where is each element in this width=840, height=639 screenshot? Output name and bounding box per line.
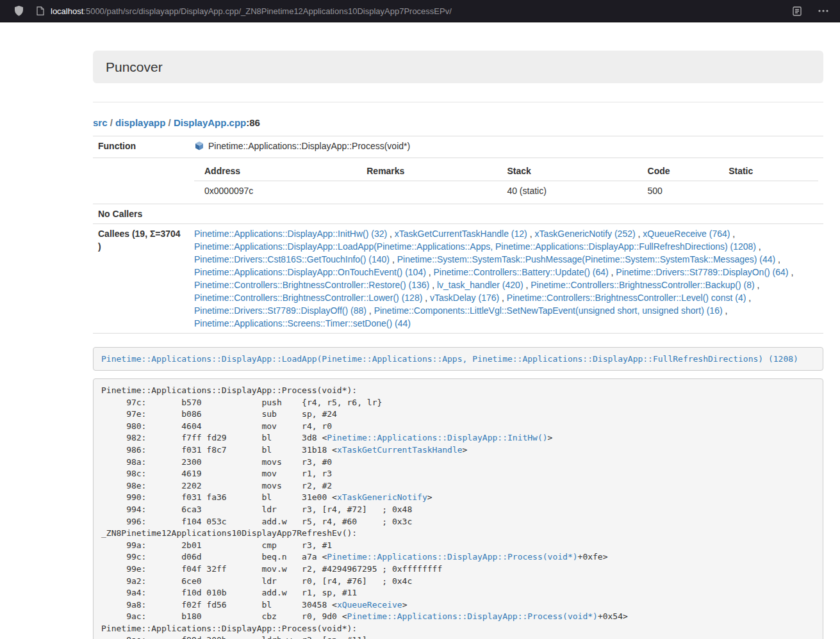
column-header-static: Static [718,161,818,181]
callee-link[interactable]: Pinetime::Drivers::St7789::DisplayOff() … [194,305,366,316]
stat-value-stack: 40 (static) [497,181,637,201]
callee-link[interactable]: Pinetime::Applications::DisplayApp::Init… [194,229,387,239]
callee-separator: , [723,305,728,316]
callee-link[interactable]: xTaskGenericNotify (252) [534,229,635,239]
callee-separator: , [527,229,535,239]
highlighted-symbol-link[interactable]: Pinetime::Applications::DisplayApp::Load… [101,354,798,364]
callees-list: Pinetime::Applications::DisplayApp::Init… [189,224,823,334]
column-header-address: Address [194,161,356,181]
symbol-link[interactable]: Pinetime::Applications::DisplayApp::Init… [327,433,547,442]
callee-separator: , [730,229,735,239]
callee-link[interactable]: Pinetime::Controllers::BrightnessControl… [531,280,754,290]
browser-actions [793,6,832,16]
breadcrumb-link[interactable]: src [93,117,108,128]
callee-separator: , [390,254,397,264]
reader-mode-icon[interactable] [793,6,802,16]
stats-row-spacer [93,158,189,204]
page-icon [37,6,44,15]
breadcrumb-link[interactable]: DisplayApp.cpp [174,117,246,128]
function-cell: Pinetime::Applications::DisplayApp::Proc… [189,136,823,158]
callee-separator: , [523,280,531,290]
breadcrumb-separator: / [108,117,116,128]
symbol-link[interactable]: Pinetime::Applications::DisplayApp::Proc… [327,552,577,562]
breadcrumb-link[interactable]: displayapp [115,117,165,128]
callee-link[interactable]: Pinetime::Drivers::Cst816S::GetTouchInfo… [194,254,390,264]
callee-separator: , [609,267,616,277]
breadcrumb: src / displayapp / DisplayApp.cpp:86 [93,117,823,129]
stats-value-row: 0x0000097c40 (static)500 [194,181,818,201]
function-icon [194,141,204,154]
overflow-menu-icon[interactable] [818,10,828,12]
callee-separator: , [775,254,780,264]
stat-value-code: 500 [638,181,719,201]
callee-link[interactable]: xTaskGetCurrentTaskHandle (12) [395,229,527,239]
callee-link[interactable]: Pinetime::System::SystemTask::PushMessag… [397,254,776,264]
stat-value-remarks [356,181,497,201]
callee-link[interactable]: vTaskDelay (176) [430,293,499,303]
callers-cell [189,204,823,224]
callee-separator: , [426,267,434,277]
divider [93,102,823,102]
callers-row: No Callers [93,204,823,224]
callee-separator: , [499,293,507,303]
disassembly: Pinetime::Applications::DisplayApp::Proc… [93,378,823,639]
shield-icon[interactable] [14,6,24,16]
callee-link[interactable]: Pinetime::Controllers::BrightnessControl… [507,293,746,303]
stat-value-static [718,181,818,201]
callee-link[interactable]: Pinetime::Components::LittleVgl::SetNewT… [374,305,723,316]
callee-link[interactable]: xQueueReceive (764) [643,229,730,239]
symbol-link[interactable]: xQueueReceive [337,600,402,610]
page-content: Puncover src / displayapp / DisplayApp.c… [93,51,823,639]
app-header: Puncover [93,51,823,83]
callees-row: Callees (19, Σ=3704 ) Pinetime::Applicat… [93,224,823,334]
callee-link[interactable]: lv_task_handler (420) [437,280,523,290]
url-path: :5000/path/src/displayapp/DisplayApp.cpp… [83,6,452,16]
callee-link[interactable]: Pinetime::Controllers::BrightnessControl… [194,293,422,303]
function-row: Function Pinetime::Applications::Display… [93,136,823,158]
stats-header-row: AddressRemarksStackCodeStatic [194,161,818,181]
callee-link[interactable]: Pinetime::Controllers::BrightnessControl… [194,280,429,290]
app-title: Puncover [106,59,811,75]
callee-link[interactable]: Pinetime::Applications::DisplayApp::Load… [194,241,756,252]
callees-label: Callees (19, Σ=3704 ) [93,224,189,334]
symbol-link[interactable]: xTaskGenericNotify [337,492,427,502]
callee-separator: , [789,267,794,277]
highlighted-symbol-box: Pinetime::Applications::DisplayApp::Load… [93,347,823,371]
no-callers-label: No Callers [93,204,189,224]
callee-link[interactable]: Pinetime::Applications::DisplayApp::OnTo… [194,267,426,277]
breadcrumb-separator: / [165,117,174,128]
callee-separator: , [366,305,374,316]
callee-separator: , [756,241,761,252]
stats-row: AddressRemarksStackCodeStatic 0x0000097c… [93,158,823,204]
callee-link[interactable]: Pinetime::Applications::Screens::Timer::… [194,318,411,328]
breadcrumb-line-number: :86 [246,117,260,128]
stats-table: AddressRemarksStackCodeStatic 0x0000097c… [194,161,818,200]
callee-link[interactable]: Pinetime::Drivers::St7789::DisplayOn() (… [616,267,788,277]
url-bar[interactable]: localhost:5000/path/src/displayapp/Displ… [37,6,793,16]
column-header-remarks: Remarks [356,161,497,181]
stat-value-address: 0x0000097c [194,181,356,201]
callee-link[interactable]: Pinetime::Controllers::Battery::Update()… [434,267,609,277]
callee-separator: , [636,229,643,239]
url-host: localhost [51,6,83,16]
callee-separator: , [422,293,430,303]
callee-separator: , [387,229,395,239]
symbol-link[interactable]: Pinetime::Applications::DisplayApp::Proc… [347,611,598,621]
column-header-stack: Stack [497,161,637,181]
callee-separator: , [746,293,751,303]
symbol-table: Function Pinetime::Applications::Display… [93,136,823,334]
symbol-link[interactable]: xTaskGetCurrentTaskHandle [337,445,463,455]
browser-chrome: localhost:5000/path/src/displayapp/Displ… [0,0,840,22]
column-header-code: Code [638,161,719,181]
callee-separator: , [755,280,760,290]
function-name: Pinetime::Applications::DisplayApp::Proc… [208,141,410,151]
callee-separator: , [429,280,437,290]
function-row-label: Function [93,136,189,158]
